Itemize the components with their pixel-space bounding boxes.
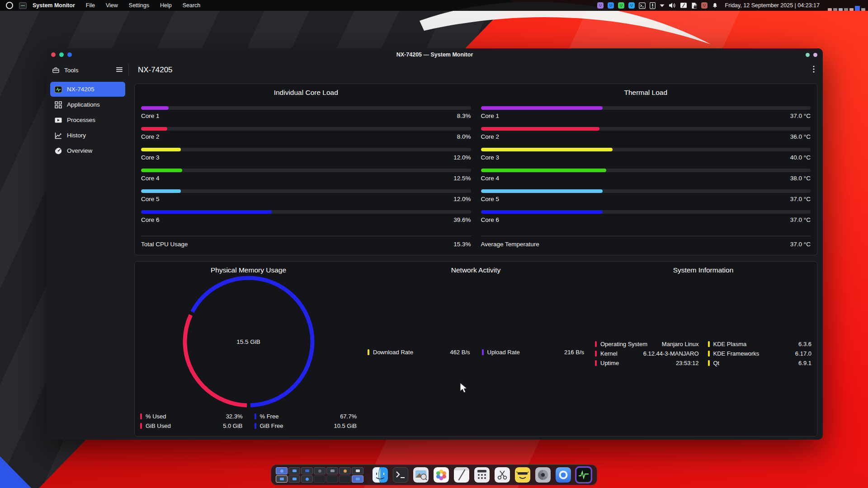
thermal-value: 37.0 °C [790,113,811,119]
dock-app-system-monitor[interactable] [575,466,592,483]
app-window-icon[interactable] [19,2,27,9]
sidebar-item-label: Applications [67,101,100,108]
thermal-title: Thermal Load [481,89,811,97]
menu-item-help[interactable]: Help [160,2,172,9]
system-info-label: Uptime [600,360,619,366]
thermal-rows: Core 137.0 °CCore 236.0 °CCore 340.0 °CC… [481,106,811,231]
page-header: NX-74205 [129,66,823,75]
core-load-row: Core 28.0% [141,127,471,140]
network-legend-marker [482,349,484,355]
finder-icon [373,467,388,483]
dock-app-calculator[interactable] [473,466,491,483]
dock-app-settings[interactable] [534,466,552,483]
system-info-label: Operating System [600,341,647,347]
octopus-app-icon[interactable] [597,2,604,9]
dock-app-shortcuts[interactable] [494,466,511,483]
ghost-app-icon[interactable] [618,2,624,9]
thermal-bar-track [481,148,811,151]
window-list-cell[interactable] [352,475,363,483]
window-list-cell[interactable] [339,467,351,474]
maximize-button[interactable] [67,52,72,57]
thermal-value: 37.0 °C [790,216,811,223]
core-load-bar-fill [141,127,167,131]
core-load-label: Core 2 [141,133,160,140]
memory-legend: % Used32.3%% Free67.7%GiB Used5.0 GiBGiB… [140,412,357,431]
menubar-clock[interactable]: Friday, 12 September 2025 | 04:23:17 [725,2,820,9]
mini-pager[interactable] [828,0,865,11]
dock-app-photos[interactable] [433,466,450,483]
sidebar-item-history[interactable]: History [50,128,125,143]
window-list-cell[interactable] [301,467,313,474]
launcher-ring-icon[interactable] [6,2,13,9]
system-info-section: System Information Operating SystemManja… [590,262,817,436]
monitor-pulse-icon [54,85,62,94]
core-load-bar-track [141,210,471,214]
display-icon[interactable] [680,2,687,9]
sidebar-item-nx-74205[interactable]: NX-74205 [50,82,125,97]
menu-item-search[interactable]: Search [183,2,201,9]
window-list-cell[interactable] [288,467,300,474]
window-list-cell[interactable] [326,467,338,474]
thermal-bar-track [481,127,811,131]
titlebar-right-dots [806,48,817,61]
page-title: NX-74205 [138,66,173,75]
window-list-cell[interactable] [314,467,326,474]
thermal-bar-fill [481,210,603,214]
menu-item-file[interactable]: File [86,2,95,9]
thermal-value: 40.0 °C [790,154,811,161]
core-load-value: 12.0% [453,196,471,202]
menu-item-view[interactable]: View [106,2,118,9]
window-list-cell[interactable] [276,467,288,474]
close-button[interactable] [51,52,56,57]
total-cpu-row: Total CPU Usage 15.3% [141,236,471,248]
dock-app-emoji[interactable] [514,466,531,483]
window-list-cell[interactable] [339,475,351,483]
memory-total-label: 15.5 GiB [182,275,315,408]
volume-icon[interactable] [669,2,676,9]
memory-donut-chart: 15.5 GiB [182,275,315,408]
window-list-cell[interactable] [326,475,338,483]
dock-app-preview[interactable] [412,466,429,483]
core-load-value: 8.0% [457,133,471,140]
window-list-cell[interactable] [276,475,288,483]
terminal-tray-icon[interactable] [639,2,646,9]
window-list-cell[interactable] [301,475,313,483]
window-list-cell[interactable] [314,475,326,483]
window-list-cell[interactable] [288,475,300,483]
sidebar-item-overview[interactable]: Overview [50,143,125,158]
dock-app-chromium[interactable] [555,466,572,483]
paint-app-icon[interactable] [701,2,708,9]
alert-badge-icon[interactable] [650,2,656,9]
memory-section: Physical Memory Usage 15.5 GiB % Used32.… [135,262,362,436]
bell-icon[interactable] [712,2,718,9]
messages-app-icon[interactable] [608,2,614,9]
system-info-value: 6.9.1 [798,360,811,366]
thermal-bar-fill [481,189,603,193]
dock-apps [372,466,592,483]
core-load-row: Core 412.5% [141,169,471,182]
core-load-label: Core 3 [141,154,160,161]
sidebar-item-applications[interactable]: Applications [50,97,125,112]
dock-window-list [276,467,363,483]
hamburger-menu-icon[interactable] [116,66,123,74]
core-load-value: 12.0% [453,154,471,161]
dock-app-finder[interactable] [372,466,389,483]
core-load-rows: Core 18.3%Core 28.0%Core 312.0%Core 412.… [141,106,471,231]
core-load-bar-fill [141,189,181,193]
menu-item-settings[interactable]: Settings [129,2,149,9]
window-titlebar[interactable]: NX-74205 — System Monitor [47,48,823,61]
clipboard-lock-icon[interactable] [691,2,697,9]
titlebar-dot-pink[interactable] [813,53,817,57]
thermal-label: Core 6 [481,216,500,223]
telegram-app-icon[interactable] [628,2,635,9]
window-list-cell[interactable] [352,467,363,474]
dock-app-notes[interactable] [453,466,470,483]
memory-legend-value: 32.3% [226,413,243,420]
chevron-down-icon[interactable] [660,4,665,7]
sidebar-item-processes[interactable]: Processes [50,113,125,127]
overflow-menu-icon[interactable] [813,66,815,75]
memory-legend-label: % Used [146,413,166,420]
dock-app-terminal[interactable] [392,466,409,483]
titlebar-dot-teal[interactable] [806,53,810,57]
minimize-button[interactable] [59,52,64,57]
